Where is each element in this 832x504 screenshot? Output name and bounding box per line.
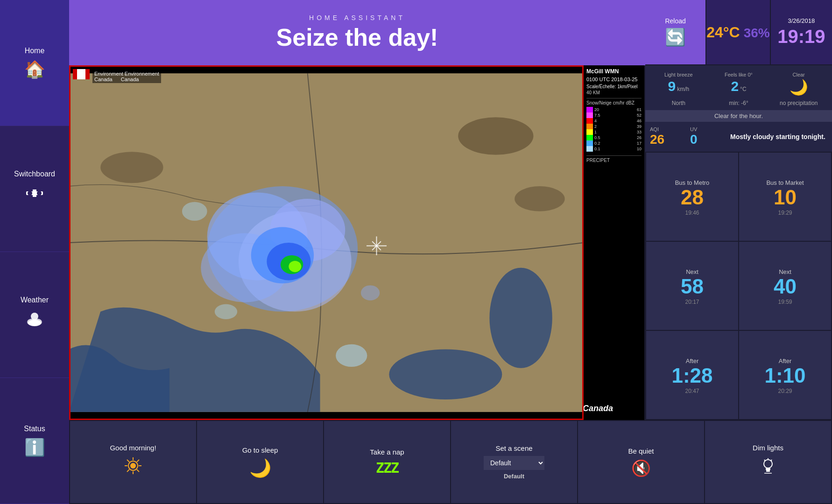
- legend-row-02: 0.2 17: [586, 140, 642, 146]
- dim-lights-button[interactable]: Dim lights: [705, 421, 831, 503]
- current-time: 19:19: [777, 26, 825, 47]
- weather-icon: [24, 309, 45, 334]
- bus-next2-title: Next: [779, 268, 791, 275]
- reload-button[interactable]: Reload 🔄: [645, 0, 706, 65]
- svg-rect-3: [33, 189, 36, 191]
- be-quiet-button[interactable]: Be quiet 🔇: [578, 421, 704, 503]
- header: HOME ASSISTANT Seize the day!: [69, 0, 645, 65]
- svg-line-38: [127, 460, 129, 462]
- canada-flag: [73, 69, 90, 79]
- bus-after2-title: After: [779, 357, 791, 364]
- switchboard-icon: [24, 183, 45, 208]
- wind-value: 9: [668, 78, 676, 94]
- svg-line-44: [764, 460, 765, 461]
- weather-forecast: Mostly cloudy starting tonight.: [730, 133, 827, 140]
- scene-select[interactable]: Default: [484, 456, 544, 470]
- weather-summary-bar: Clear for the hour.: [645, 110, 832, 122]
- wind-unit: km/h: [677, 86, 689, 92]
- header-subtitle: HOME ASSISTANT: [309, 14, 405, 21]
- feels-stat: Feels like 0° 2 °C: [710, 72, 768, 96]
- feels-label: Feels like 0°: [725, 72, 753, 77]
- weather-panel: Light breeze 9 km/h Feels like 0° 2 °C C…: [645, 65, 832, 420]
- legend-row-05: 0.5 26: [586, 135, 642, 140]
- legend-row-20: 20 61: [586, 107, 642, 112]
- set-a-scene-label: Set a scene: [495, 444, 532, 452]
- bus-card-metro: Bus to Metro 28 19:46: [646, 153, 738, 241]
- bus-next1-number: 58: [681, 276, 704, 297]
- uv-block: UV 0: [690, 126, 727, 147]
- weather-sub-stats: North min: -6° no precipitation: [645, 99, 832, 110]
- take-a-nap-button[interactable]: Take a nap ZZZ: [324, 421, 450, 503]
- bus-card-next1: Next 58 20:17: [646, 242, 738, 330]
- radar-precipet: PRECIPET: [586, 155, 642, 163]
- bus-market-title: Bus to Market: [766, 179, 804, 186]
- radar-time: 0100 UTC 2018-03-25: [586, 77, 642, 82]
- svg-line-45: [771, 460, 772, 461]
- legend-row-75: 7.5 52: [586, 112, 642, 118]
- svg-point-11: [489, 268, 552, 368]
- sidebar-home-label: Home: [25, 47, 45, 55]
- current-date: 3/26/2018: [788, 17, 815, 24]
- dim-lights-label: Dim lights: [753, 444, 783, 452]
- clock-display: 3/26/2018 19:19: [771, 0, 832, 65]
- go-to-sleep-button[interactable]: Go to sleep 🌙: [197, 421, 323, 503]
- bus-card-next2: Next 40 19:59: [739, 242, 831, 330]
- sidebar-item-home[interactable]: Home 🏠: [0, 0, 69, 126]
- svg-line-39: [137, 469, 139, 472]
- aqi-label: AQI: [650, 126, 687, 132]
- radar-legend: McGill WMN 0100 UTC 2018-03-25 Scale/Éch…: [584, 65, 644, 420]
- legend-row-4: 4 46: [586, 118, 642, 124]
- bus-next2-number: 40: [774, 276, 797, 297]
- svg-point-24: [336, 344, 367, 367]
- svg-point-23: [289, 261, 301, 272]
- env-canada-text: Environment EnvironnementCanada Canada: [92, 70, 161, 83]
- svg-point-13: [515, 186, 565, 211]
- svg-rect-47: [766, 470, 770, 472]
- svg-rect-4: [33, 195, 36, 197]
- bus-metro-number: 28: [681, 187, 704, 208]
- sidebar-item-weather[interactable]: Weather: [0, 252, 69, 378]
- header-title: Seize the day!: [276, 23, 438, 51]
- bus-card-after2: After 1:10 20:29: [739, 331, 831, 419]
- sidebar-item-status[interactable]: Status ℹ️: [0, 378, 69, 504]
- feels-value: 2: [731, 78, 739, 94]
- bus-after2-time: 20:29: [778, 388, 792, 394]
- sidebar-switchboard-label: Switchboard: [14, 170, 55, 178]
- good-morning-button[interactable]: Good morning!: [70, 421, 196, 503]
- feels-unit: °C: [740, 86, 746, 92]
- svg-point-2: [37, 191, 42, 196]
- good-morning-icon: [123, 455, 143, 480]
- bus-market-number: 10: [774, 187, 797, 208]
- weather-aqi-section: AQI 26 UV 0 Mostly cloudy starting tonig…: [645, 122, 832, 152]
- bus-after1-number: 1:28: [671, 365, 712, 386]
- svg-point-1: [28, 191, 32, 196]
- svg-point-10: [389, 349, 502, 399]
- wind-dir: North: [650, 100, 707, 106]
- bus-schedule: Bus to Metro 28 19:46 Bus to Market 10 1…: [645, 152, 832, 420]
- svg-point-14: [100, 152, 163, 183]
- bus-card-after1: After 1:28 20:47: [646, 331, 738, 419]
- top-right-panel: Reload 🔄 24°C 36% 3/26/2018 19:19: [645, 0, 832, 65]
- temperature-display: 24°C 36%: [706, 0, 771, 65]
- uv-label: UV: [690, 126, 727, 132]
- set-a-scene-button[interactable]: Set a scene Default Default: [451, 421, 577, 503]
- svg-rect-46: [766, 468, 770, 470]
- svg-point-27: [215, 304, 237, 319]
- sidebar-item-switchboard[interactable]: Switchboard: [0, 126, 69, 252]
- radar-km: 40 KM: [586, 90, 642, 95]
- condition-sub: no precipitation: [770, 100, 827, 106]
- bus-after1-title: After: [686, 357, 698, 364]
- legend-row-1: 1 33: [586, 129, 642, 135]
- legend-row-2: 2 39: [586, 124, 642, 129]
- svg-point-25: [182, 202, 207, 221]
- bus-next2-time: 19:59: [778, 299, 792, 305]
- bus-next1-time: 20:17: [685, 299, 699, 305]
- temperature-celsius: 24°C: [706, 24, 740, 41]
- good-morning-label: Good morning!: [110, 444, 156, 452]
- bus-after2-number: 1:10: [764, 365, 805, 386]
- aqi-value: 26: [650, 132, 687, 147]
- feels-min: min: -6°: [710, 100, 768, 106]
- bus-after1-time: 20:47: [685, 388, 699, 394]
- humidity-percent: 36%: [744, 26, 770, 41]
- wind-label: Light breeze: [664, 72, 693, 77]
